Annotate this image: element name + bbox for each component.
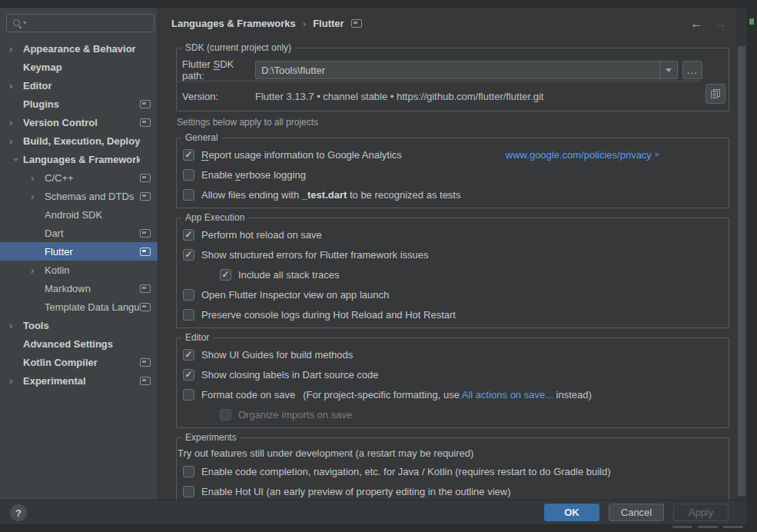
checkbox-label: Enable Hot UI (an early preview of prope… — [201, 486, 511, 497]
sidebar-item-tools[interactable]: › Tools — [0, 316, 158, 334]
checkbox[interactable] — [220, 409, 231, 421]
content-scrollbar[interactable] — [736, 8, 747, 500]
sidebar-item-flutter[interactable]: Flutter — [0, 242, 158, 261]
checkbox-label: Format code on save — [201, 389, 295, 401]
checkbox[interactable] — [183, 486, 194, 497]
checkbox[interactable]: ✓ — [183, 349, 194, 361]
inline-link[interactable]: All actions on save... — [462, 389, 553, 401]
sidebar-item-experimental[interactable]: › Experimental — [0, 371, 158, 390]
group-title: Experiments — [181, 432, 241, 444]
chevron-icon[interactable]: › — [9, 43, 23, 55]
checkmark-icon: ✓ — [184, 370, 192, 379]
sidebar-item-label: Kotlin — [45, 264, 140, 276]
checkbox-row-organize-imports-on-save[interactable]: Organize imports on save — [177, 404, 729, 424]
screen-icon — [140, 377, 151, 385]
checkbox[interactable] — [183, 466, 194, 477]
checkbox-row-show-closing-labels-in-dart-source-code[interactable]: ✓ Show closing labels in Dart source cod… — [177, 364, 729, 384]
scrollbar-thumb[interactable] — [738, 46, 745, 496]
checkbox[interactable] — [183, 169, 194, 181]
screen-icon — [140, 174, 151, 182]
group-experiments: Experiments Try out features still under… — [176, 437, 729, 500]
sidebar-item-c-c[interactable]: › C/C++ — [0, 168, 158, 187]
chevron-icon[interactable]: › — [11, 152, 22, 166]
copy-button[interactable] — [706, 84, 725, 104]
sidebar-item-languages-frameworks[interactable]: › Languages & Frameworks — [0, 150, 158, 168]
version-value: Flutter 3.13.7 • channel stable • https:… — [255, 91, 543, 102]
privacy-link[interactable]: www.google.com/policies/privacy» — [506, 149, 659, 161]
sidebar-item-markdown[interactable]: Markdown — [0, 279, 158, 298]
checkbox-row-enable-hot-ui-an-early-preview-of-proper[interactable]: Enable Hot UI (an early preview of prope… — [177, 481, 729, 500]
sidebar-item-keymap[interactable]: Keymap — [0, 58, 158, 76]
chevron-icon[interactable]: › — [9, 375, 23, 387]
group-title: SDK (current project only) — [181, 42, 295, 54]
checkbox[interactable]: ✓ — [183, 149, 194, 161]
sidebar-item-label: Kotlin Compiler — [23, 357, 140, 368]
back-arrow-icon[interactable]: ← — [690, 16, 703, 32]
chevron-icon[interactable]: › — [31, 172, 45, 184]
checkbox-row-report-usage-information-to-google-analy[interactable]: ✓ Report usage information to Google Ana… — [177, 145, 729, 165]
sidebar-item-android-sdk[interactable]: Android SDK — [0, 205, 158, 224]
help-button[interactable]: ? — [10, 504, 27, 521]
checkmark-icon: ✓ — [184, 250, 192, 259]
checkbox-row-perform-hot-reload-on-save[interactable]: ✓ Perform hot reload on save — [177, 224, 729, 244]
checkbox[interactable] — [183, 289, 194, 301]
checkbox[interactable]: ✓ — [183, 369, 194, 381]
checkbox-row-show-structured-errors-for-flutter-frame[interactable]: ✓ Show structured errors for Flutter fra… — [177, 244, 729, 264]
group-app-execution: App Execution ✓ Perform hot reload on sa… — [176, 218, 729, 328]
window-bottom-strip — [0, 524, 757, 532]
checkbox[interactable] — [183, 389, 194, 401]
checkbox[interactable]: ✓ — [183, 229, 194, 241]
apply-all-projects-note: Settings below apply to all projects — [176, 117, 729, 128]
sidebar-item-label: Android SDK — [45, 209, 140, 221]
sidebar-item-editor[interactable]: › Editor — [0, 76, 158, 95]
chevron-icon[interactable]: › — [9, 320, 23, 331]
sidebar-item-appearance-behavior[interactable]: › Appearance & Behavior — [0, 39, 158, 58]
checkbox-label: Allow files ending with _test.dart to be… — [201, 189, 460, 201]
sidebar-item-build-execution-deployment[interactable]: › Build, Execution, Deployment — [0, 131, 158, 150]
sidebar-item-schemas-and-dtds[interactable]: › Schemas and DTDs — [0, 187, 158, 205]
checkbox-row-show-ui-guides-for-build-methods[interactable]: ✓ Show UI Guides for build methods — [177, 344, 729, 364]
sdk-path-combobox[interactable]: D:\Tools\flutter — [255, 61, 678, 79]
checkbox-row-enable-verbose-logging[interactable]: Enable verbose logging — [177, 165, 729, 185]
breadcrumb-page: Flutter — [313, 18, 344, 29]
chevron-icon[interactable]: › — [9, 117, 23, 128]
checkbox[interactable] — [183, 309, 194, 321]
sidebar-item-plugins[interactable]: Plugins — [0, 95, 158, 113]
chevron-down-icon[interactable] — [659, 62, 677, 78]
checkbox-row-allow-files-ending-with-test-dart-to-be-[interactable]: Allow files ending with _test.dart to be… — [177, 185, 729, 204]
breadcrumb-section[interactable]: Languages & Frameworks — [171, 18, 296, 29]
checkbox-row-include-all-stack-traces[interactable]: ✓ Include all stack traces — [177, 264, 729, 284]
screen-icon — [140, 303, 151, 311]
checkbox-row-preserve-console-logs-during-hot-reload-[interactable]: Preserve console logs during Hot Reload … — [177, 304, 729, 324]
browse-button[interactable]: ... — [682, 61, 702, 79]
checkbox-label: Open Flutter Inspector view on app launc… — [201, 289, 389, 301]
chevron-icon[interactable]: › — [9, 135, 23, 147]
chevron-icon[interactable]: › — [31, 264, 45, 276]
sidebar-item-template-data-languages[interactable]: Template Data Languages — [0, 298, 158, 316]
sidebar-item-label: Flutter — [45, 246, 140, 258]
chevron-icon[interactable]: › — [31, 191, 45, 202]
chevron-icon[interactable]: › — [9, 80, 23, 91]
sidebar-item-label: Plugins — [23, 98, 140, 110]
checkbox[interactable]: ✓ — [220, 269, 231, 281]
statusbar-text-fragment — [672, 526, 743, 528]
sidebar-item-advanced-settings[interactable]: Advanced Settings — [0, 334, 158, 353]
sdk-version-row: Version: Flutter 3.13.7 • channel stable… — [182, 87, 701, 105]
checkmark-icon: ✓ — [184, 350, 192, 359]
ok-button[interactable]: OK — [544, 504, 599, 521]
checkbox[interactable]: ✓ — [183, 249, 194, 261]
checkbox-row-enable-code-completion-navigation-etc-fo[interactable]: Enable code completion, navigation, etc.… — [177, 461, 729, 481]
dialog-footer: ? OK Cancel Apply — [0, 500, 747, 524]
sidebar-item-dart[interactable]: Dart — [0, 224, 158, 242]
settings-search-input[interactable]: ▾ — [6, 14, 154, 32]
sidebar-item-kotlin[interactable]: › Kotlin — [0, 261, 158, 279]
group-title: Editor — [181, 332, 213, 344]
cancel-button[interactable]: Cancel — [609, 504, 664, 521]
sidebar-item-label: Advanced Settings — [23, 338, 140, 350]
sidebar-item-version-control[interactable]: › Version Control — [0, 113, 158, 131]
checkbox[interactable] — [183, 189, 194, 201]
checkbox-row-format-code-on-save[interactable]: Format code on save (For project-specifi… — [177, 384, 729, 404]
sidebar-item-kotlin-compiler[interactable]: Kotlin Compiler — [0, 353, 158, 371]
checkbox-suffix: (For project-specific formatting, use Al… — [303, 389, 592, 401]
checkbox-row-open-flutter-inspector-view-on-app-launc[interactable]: Open Flutter Inspector view on app launc… — [177, 284, 729, 304]
